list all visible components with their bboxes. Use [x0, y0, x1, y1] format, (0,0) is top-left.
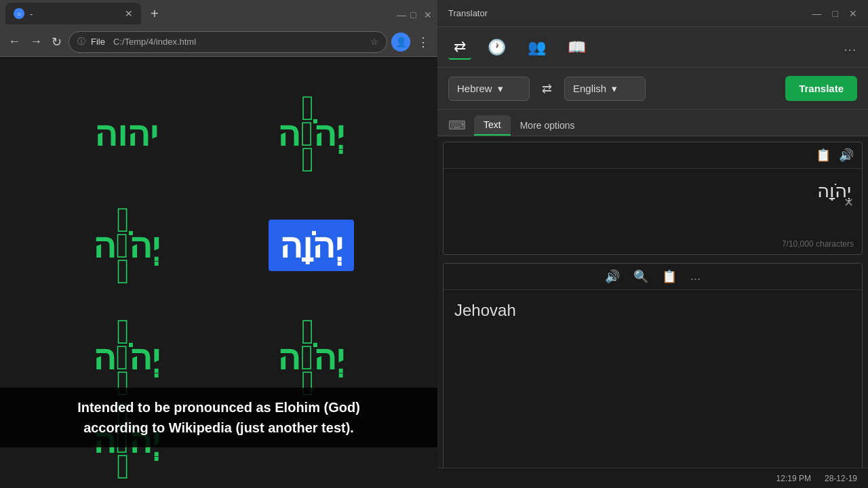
minimize-button[interactable]: —	[397, 9, 405, 18]
refresh-button[interactable]: ↻	[49, 32, 64, 52]
address-path: C:/Temp/4/index.html	[113, 37, 196, 47]
new-tab-button[interactable]: +	[146, 6, 163, 22]
book-icon[interactable]: 📖	[562, 36, 591, 59]
people-icon[interactable]: 👥	[522, 36, 551, 59]
target-lang-label: English	[573, 83, 606, 94]
translator-maximize[interactable]: □	[833, 8, 838, 19]
output-pane-toolbar: 🔊 🔍 📋 ...	[443, 264, 862, 290]
output-pane: 🔊 🔍 📋 ... Jehovah	[443, 263, 863, 483]
tab-title: -	[30, 9, 33, 19]
translate-tab-icon[interactable]: ⇄	[448, 35, 471, 60]
source-language-select[interactable]: Hebrew ▾	[448, 77, 530, 101]
bookmark-icon[interactable]: ☆	[370, 37, 378, 47]
translator-title: Translator	[448, 8, 812, 18]
input-speaker-icon[interactable]: 🔊	[839, 148, 854, 163]
protocol-label: File	[91, 37, 105, 47]
subtitle-text: Intended to be pronounced as Elohim (God…	[77, 400, 360, 435]
security-icon: ⓘ	[77, 36, 85, 47]
history-icon[interactable]: 🕐	[482, 36, 511, 59]
source-lang-label: Hebrew	[457, 83, 492, 94]
swap-languages-button[interactable]: ⇄	[538, 77, 556, 100]
close-button[interactable]: ✕	[424, 9, 432, 18]
input-text-area[interactable]: יְהֹוָה ✕	[443, 169, 862, 237]
more-options-tab[interactable]: More options	[513, 116, 582, 135]
target-language-select[interactable]: English ▾	[564, 77, 646, 101]
char-count-label: 7/10,000 characters	[443, 237, 862, 254]
input-type-tabs: ⌨ Text More options	[437, 110, 868, 136]
keyboard-icon: ⌨	[448, 118, 466, 133]
forward-button[interactable]: →	[27, 32, 45, 52]
tab-favicon: ○	[14, 8, 24, 19]
profile-button[interactable]: 👤	[391, 33, 410, 52]
subtitle-overlay: Intended to be pronounced as Elohim (God…	[0, 388, 437, 447]
text-tab[interactable]: Text	[474, 115, 511, 136]
clock-date: 28-12-19	[825, 474, 857, 483]
browser-toolbar: ← → ↻ ⓘ File C:/Temp/4/index.html ☆ 👤 ⋮	[0, 27, 437, 57]
hebrew-char-7: יְהֹוָ֗ה	[93, 337, 160, 378]
clear-input-button[interactable]: ✕	[844, 195, 854, 210]
translator-close[interactable]: ✕	[849, 8, 857, 19]
clock-time: 12:19 PM	[776, 474, 811, 483]
toolbar-more-button[interactable]: ...	[844, 41, 857, 54]
language-selector-bar: Hebrew ▾ ⇄ English ▾ Translate	[437, 68, 868, 110]
hebrew-char-4-highlighted: יְהֹוָה	[269, 220, 354, 271]
translator-window-controls: — □ ✕	[812, 8, 857, 19]
hebrew-char-1: יהוה	[94, 113, 158, 154]
browser-window-controls: — □ ✕	[397, 9, 432, 18]
input-copy-icon[interactable]: 📋	[816, 148, 831, 163]
taskbar: 12:19 PM 28-12-19	[437, 468, 868, 488]
tab-close-button[interactable]: ✕	[125, 8, 133, 19]
back-button[interactable]: ←	[5, 32, 23, 52]
browser-menu-button[interactable]: ⋮	[414, 32, 432, 52]
translator-app-toolbar: ⇄ 🕐 👥 📖 ...	[437, 27, 868, 68]
target-lang-chevron: ▾	[612, 83, 617, 95]
translator-minimize[interactable]: —	[812, 8, 822, 19]
output-more-button[interactable]: ...	[690, 269, 701, 284]
hebrew-char-5: יְהֹוָ֗ה	[277, 337, 344, 378]
translate-button[interactable]: Translate	[785, 76, 857, 101]
input-pane: 📋 🔊 יְהֹוָה ✕ 7/10,000 characters	[443, 142, 863, 255]
output-speaker-icon[interactable]: 🔊	[605, 269, 620, 284]
browser-titlebar: ○ - ✕ + — □ ✕	[0, 0, 437, 27]
input-pane-toolbar: 📋 🔊	[443, 142, 862, 169]
address-bar[interactable]: ⓘ File C:/Temp/4/index.html ☆	[68, 31, 387, 53]
hebrew-char-2: יְהֹוָ֕ה	[277, 113, 344, 154]
translator-window: Translator — □ ✕ ⇄ 🕐 👥 📖 ... Hebrew ▾ ⇄ …	[437, 0, 868, 488]
browser-window: ○ - ✕ + — □ ✕ ← → ↻ ⓘ File C:/Temp/4/ind…	[0, 0, 437, 488]
browser-tab[interactable]: ○ - ✕	[5, 3, 141, 24]
translator-titlebar: Translator — □ ✕	[437, 0, 868, 27]
output-copy-icon[interactable]: 📋	[662, 269, 677, 284]
output-text: Jehovah	[443, 290, 862, 331]
output-search-icon[interactable]: 🔍	[633, 269, 648, 284]
maximize-button[interactable]: □	[410, 9, 418, 18]
source-lang-chevron: ▾	[498, 83, 503, 95]
hebrew-char-3: יְהֹוָ֗ה	[93, 225, 160, 266]
